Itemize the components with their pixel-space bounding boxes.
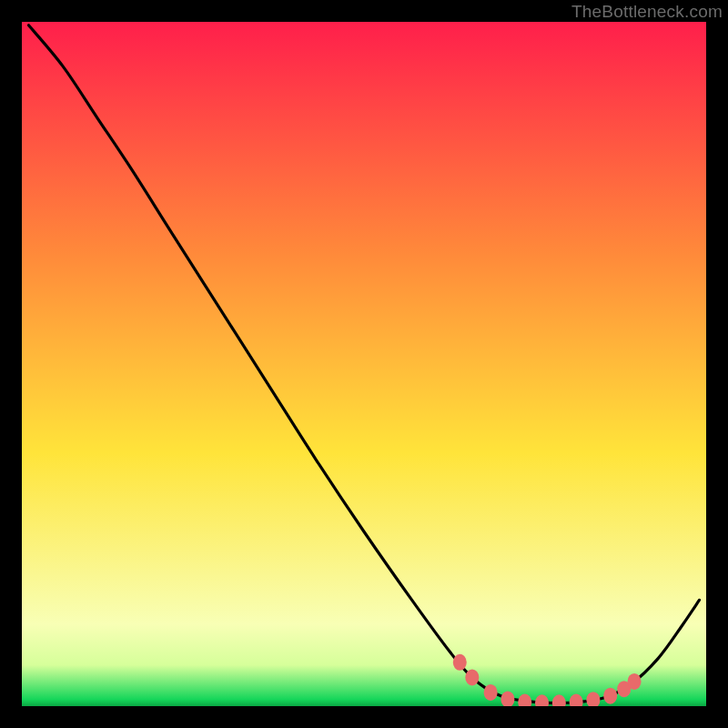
marker-dot	[453, 654, 467, 671]
bottleneck-curve	[29, 25, 700, 703]
marker-dot	[552, 694, 566, 706]
optimal-range-markers	[453, 654, 642, 706]
chart-container: TheBottleneck.com	[0, 0, 728, 728]
marker-dot	[500, 691, 514, 706]
marker-dot	[570, 693, 583, 706]
marker-dot	[628, 673, 642, 690]
plot-area	[22, 22, 706, 706]
marker-dot	[484, 684, 498, 701]
watermark-text: TheBottleneck.com	[571, 2, 723, 22]
marker-dot	[518, 693, 531, 706]
marker-dot	[603, 688, 617, 704]
marker-dot	[535, 694, 549, 706]
bottleneck-curve-layer	[22, 22, 706, 706]
marker-dot	[465, 669, 479, 685]
marker-dot	[586, 692, 600, 706]
